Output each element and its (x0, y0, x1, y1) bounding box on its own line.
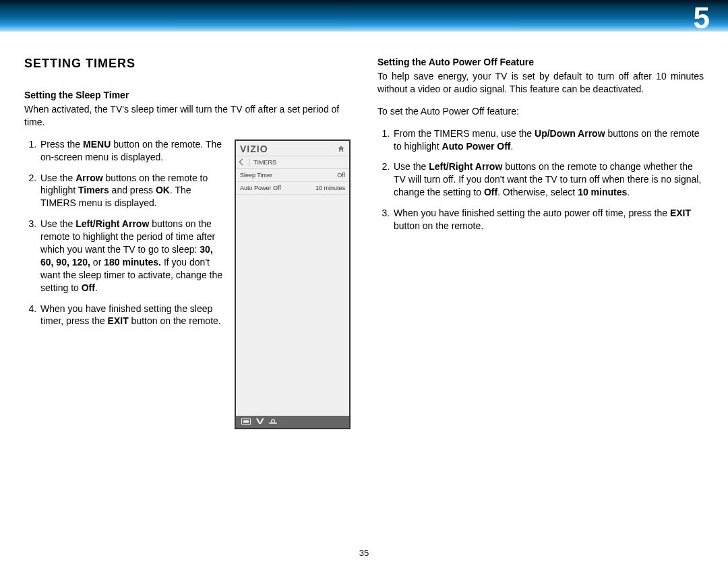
left-body: Press the MENU button on the remote. The… (24, 138, 351, 429)
tv-row-sleep-timer: Sleep Timer Off (236, 169, 349, 182)
separator (249, 158, 249, 166)
left-steps: Press the MENU button on the remote. The… (24, 138, 224, 328)
left-step-3: Use the Left/Right Arrow buttons on the … (39, 218, 224, 294)
tv-breadcrumb: TIMERS (236, 156, 349, 169)
left-column: SETTING TIMERS Setting the Sleep Timer W… (24, 57, 351, 429)
left-intro: When activated, the TV's sleep timer wil… (24, 103, 351, 129)
right-subheading: Setting the Auto Power Off Feature (377, 57, 704, 67)
page-number: 35 (0, 548, 728, 558)
right-step-1: From the TIMERS menu, use the Up/Down Ar… (392, 127, 704, 153)
tv-logo: VIZIO (240, 144, 268, 154)
left-step-1: Press the MENU button on the remote. The… (39, 138, 224, 164)
tv-row-value: 10 minutes (315, 185, 345, 191)
manual-page: 5 SETTING TIMERS Setting the Sleep Timer… (0, 0, 728, 562)
tv-footer: V (236, 416, 349, 428)
left-subheading: Setting the Sleep Timer (24, 90, 351, 100)
right-step-3: When you have finished setting the auto … (392, 207, 704, 232)
svg-point-3 (271, 420, 274, 423)
back-icon (239, 159, 246, 166)
v-icon: V (256, 418, 263, 425)
right-step-2: Use the Left/Right Arrow buttons on the … (392, 160, 704, 199)
tv-menu-screenshot: VIZIO TIMERS Sleep Timer Off (235, 139, 351, 429)
home-icon (337, 145, 345, 153)
right-column: Setting the Auto Power Off Feature To he… (377, 57, 704, 429)
chapter-number: 5 (694, 1, 710, 35)
widescreen-icon (241, 418, 251, 425)
right-lead: To set the Auto Power Off feature: (377, 105, 704, 118)
tv-row-label: Auto Power Off (240, 185, 281, 191)
right-steps: From the TIMERS menu, use the Up/Down Ar… (377, 127, 704, 232)
tv-menu-title: TIMERS (253, 159, 276, 166)
left-step-2: Use the Arrow buttons on the remote to h… (39, 172, 224, 210)
tv-row-label: Sleep Timer (240, 172, 272, 179)
content-columns: SETTING TIMERS Setting the Sleep Timer W… (0, 32, 728, 429)
section-title: SETTING TIMERS (24, 57, 351, 71)
svg-rect-1 (243, 420, 249, 423)
settings-slider-icon (268, 418, 278, 425)
tv-row-auto-power-off: Auto Power Off 10 minutes (236, 182, 349, 195)
left-steps-wrap: Press the MENU button on the remote. The… (24, 138, 224, 336)
left-step-4: When you have finished setting the sleep… (39, 303, 224, 328)
header-band: 5 (0, 0, 728, 32)
right-intro: To help save energy, your TV is set by d… (377, 70, 704, 96)
tv-menu-header: VIZIO (236, 141, 349, 156)
tv-row-value: Off (337, 172, 345, 179)
